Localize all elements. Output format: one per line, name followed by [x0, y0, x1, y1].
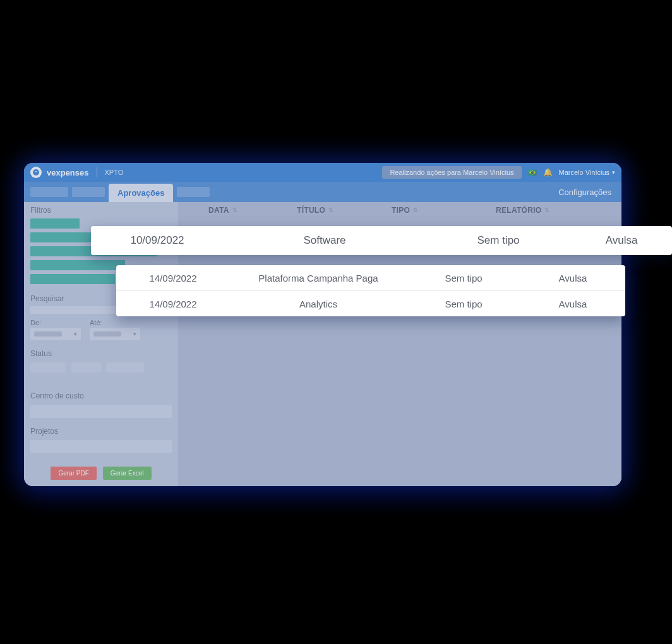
cost-center-label: Centro de custo: [24, 390, 178, 402]
sort-icon: ⇅: [544, 207, 549, 213]
nav-configuracoes[interactable]: Configurações: [558, 188, 611, 197]
generate-pdf-button[interactable]: Gerar PDF: [51, 467, 96, 480]
cost-center-input[interactable]: [30, 405, 172, 417]
table-row[interactable]: 14/09/2022 Plataforma Campanha Paga Sem …: [116, 265, 625, 290]
nav-item-placeholder[interactable]: [30, 187, 68, 197]
acting-as-pill[interactable]: Realizando ações para Marcelo Vinícius: [382, 166, 521, 179]
brand-name: vexpenses: [47, 168, 89, 177]
cell-date: 14/09/2022: [116, 273, 230, 283]
user-name: Marcelo Vinícius: [559, 169, 610, 176]
company-name: XPTO: [105, 169, 124, 176]
status-chip[interactable]: [106, 362, 144, 373]
col-tipo[interactable]: TIPO ⇅: [392, 206, 496, 215]
filter-bar[interactable]: [30, 218, 80, 229]
date-to-label: Até:: [90, 319, 140, 326]
tab-aprovacoes[interactable]: Aprovações: [109, 184, 173, 202]
sort-icon: ⇅: [328, 207, 333, 213]
topbar: vexpenses XPTO Realizando ações para Mar…: [24, 163, 621, 182]
cell-date: 14/09/2022: [116, 299, 230, 309]
status-label: Status: [24, 348, 178, 360]
cell-date: 10/09/2022: [91, 234, 224, 247]
sort-icon: ⇅: [232, 207, 237, 213]
sort-icon: ⇅: [413, 207, 418, 213]
navbar: Aprovações Configurações: [24, 182, 621, 202]
cell-title: Plataforma Campanha Paga: [230, 273, 407, 283]
generate-excel-button[interactable]: Gerar Excel: [103, 467, 152, 480]
col-relatorio-label: RELATÓRIO: [496, 206, 541, 215]
chevron-down-icon: ▾: [133, 331, 136, 337]
col-data-label: DATA: [208, 206, 229, 215]
nav-item-placeholder[interactable]: [72, 187, 105, 197]
cell-title: Software: [224, 234, 426, 247]
user-menu[interactable]: Marcelo Vinícius ▾: [559, 169, 616, 176]
date-from-select[interactable]: ▾: [30, 328, 81, 340]
brand-logo-icon: [30, 167, 42, 178]
cell-type: Sem tipo: [407, 299, 520, 309]
status-chip[interactable]: [71, 362, 101, 373]
cell-report: Avulsa: [571, 234, 672, 247]
nav-item-placeholder[interactable]: [177, 187, 210, 197]
col-data[interactable]: DATA ⇅: [208, 206, 297, 215]
status-chips: [24, 360, 178, 373]
status-chip[interactable]: [30, 362, 66, 373]
app-window: vexpenses XPTO Realizando ações para Mar…: [24, 163, 621, 486]
cell-report: Avulsa: [520, 299, 625, 309]
cell-type: Sem tipo: [426, 234, 571, 247]
col-tipo-label: TIPO: [392, 206, 410, 215]
chevron-down-icon: ▾: [612, 169, 615, 176]
chevron-down-icon: ▾: [74, 331, 77, 337]
projects-label: Projetos: [24, 426, 178, 438]
filters-title: Filtros: [24, 202, 178, 218]
table-row-group: 14/09/2022 Plataforma Campanha Paga Sem …: [116, 265, 625, 316]
date-to-select[interactable]: ▾: [90, 328, 140, 340]
col-titulo-label: TÍTULO: [297, 206, 325, 215]
filter-bar[interactable]: [30, 232, 91, 242]
filter-bar[interactable]: [30, 274, 115, 284]
notifications-bell-icon[interactable]: 🔔: [543, 168, 553, 177]
projects-input[interactable]: [30, 440, 172, 453]
date-from-label: De:: [30, 319, 81, 326]
cell-report: Avulsa: [520, 273, 625, 283]
col-relatorio[interactable]: RELATÓRIO ⇅: [496, 206, 578, 215]
cell-title: Analytics: [230, 299, 407, 309]
col-titulo[interactable]: TÍTULO ⇅: [297, 206, 392, 215]
locale-flag-icon[interactable]: 🇧🇷: [528, 169, 537, 177]
table-row[interactable]: 10/09/2022 Software Sem tipo Avulsa: [91, 226, 672, 255]
cell-type: Sem tipo: [407, 273, 520, 283]
brand-divider: [97, 167, 97, 177]
table-row[interactable]: 14/09/2022 Analytics Sem tipo Avulsa: [116, 291, 625, 316]
filter-bar[interactable]: [30, 260, 125, 270]
table-headers: DATA ⇅ TÍTULO ⇅ TIPO ⇅ RELATÓRIO ⇅: [178, 202, 621, 218]
